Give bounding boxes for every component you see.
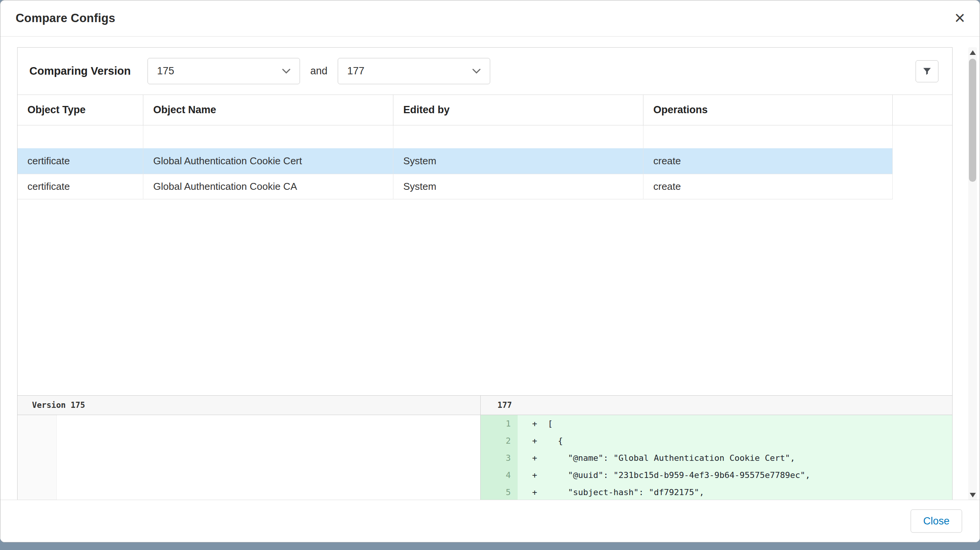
empty-cell xyxy=(393,125,643,148)
diff-added-line: 2 + { xyxy=(481,432,952,449)
column-header-object-name[interactable]: Object Name xyxy=(143,95,393,125)
diff-added-line: 5 + "subject-hash": "df792175", xyxy=(481,484,952,500)
scroll-up-icon[interactable] xyxy=(970,50,976,55)
cell-operations: create xyxy=(643,174,893,199)
table-header: Object Type Object Name Edited by Operat… xyxy=(18,95,952,125)
diff-code: "subject-hash": "df792175", xyxy=(548,484,704,500)
chevron-down-icon xyxy=(282,69,290,74)
diff-added-line: 1 + [ xyxy=(481,415,952,432)
empty-cell xyxy=(18,125,143,148)
cell-operations: create xyxy=(643,148,893,174)
line-number: 1 xyxy=(481,415,518,432)
diff-add-sign: + xyxy=(518,449,548,467)
page-title: Compare Configs xyxy=(16,11,115,25)
diff-code: [ xyxy=(548,415,553,432)
and-label: and xyxy=(310,65,327,77)
cell-edited-by: System xyxy=(393,148,643,174)
content-panel: Comparing Version 175 and 177 Object Typ… xyxy=(17,47,953,500)
table-row[interactable]: certificate Global Authentication Cookie… xyxy=(18,174,893,199)
diff-right-version-label: 177 xyxy=(481,396,952,415)
filter-button[interactable] xyxy=(916,60,938,82)
column-header-spacer xyxy=(893,95,952,125)
diff-added-line: 4 + "@uuid": "231bc15d-b959-4ef3-9b64-95… xyxy=(481,467,952,484)
diff-right-pane: 1 + [ 2 + { 3 + "@name": "Global Authent… xyxy=(481,415,952,500)
cell-edited-by: System xyxy=(393,174,643,199)
diff-header: Version 175 177 xyxy=(18,395,952,415)
diff-code: "@name": "Global Authentication Cookie C… xyxy=(548,449,795,467)
cell-object-name: Global Authentication Cookie CA xyxy=(143,174,393,199)
scrollbar[interactable] xyxy=(968,47,977,500)
diff-viewer: Version 175 177 1 + [ 2 + { xyxy=(18,395,952,500)
column-header-edited-by[interactable]: Edited by xyxy=(393,95,643,125)
table-row-empty xyxy=(18,125,893,148)
empty-cell xyxy=(143,125,393,148)
diff-code: "@uuid": "231bc15d-b959-4ef3-9b64-95575e… xyxy=(548,467,810,484)
modal-header: Compare Configs × xyxy=(0,0,980,37)
filter-icon xyxy=(922,66,932,76)
right-version-select[interactable]: 177 xyxy=(338,58,490,84)
column-header-operations[interactable]: Operations xyxy=(643,95,893,125)
scrollbar-thumb[interactable] xyxy=(969,59,976,182)
line-number: 5 xyxy=(481,484,518,500)
empty-cell xyxy=(643,125,893,148)
diff-add-sign: + xyxy=(518,467,548,484)
modal-footer: Close xyxy=(0,500,980,542)
table-row[interactable]: certificate Global Authentication Cookie… xyxy=(18,148,893,174)
diff-add-sign: + xyxy=(518,432,548,449)
diff-added-line: 3 + "@name": "Global Authentication Cook… xyxy=(481,449,952,467)
diff-body: 1 + [ 2 + { 3 + "@name": "Global Authent… xyxy=(18,415,952,500)
close-icon[interactable]: × xyxy=(954,9,965,27)
diff-left-pane xyxy=(18,415,481,500)
column-header-object-type[interactable]: Object Type xyxy=(18,95,143,125)
line-number: 4 xyxy=(481,467,518,484)
comparing-version-label: Comparing Version xyxy=(29,65,131,77)
left-version-select[interactable]: 175 xyxy=(148,58,300,84)
left-version-value: 175 xyxy=(157,65,174,77)
line-number: 3 xyxy=(481,449,518,467)
compare-configs-modal: Compare Configs × Comparing Version 175 … xyxy=(0,0,980,542)
diff-add-sign: + xyxy=(518,484,548,500)
diff-code: { xyxy=(548,432,563,449)
chevron-down-icon xyxy=(472,69,481,74)
close-button[interactable]: Close xyxy=(911,510,962,533)
scroll-down-icon[interactable] xyxy=(970,493,976,497)
compare-toolbar: Comparing Version 175 and 177 xyxy=(18,48,952,95)
diff-add-sign: + xyxy=(518,415,548,432)
cell-object-type: certificate xyxy=(18,174,143,199)
right-version-value: 177 xyxy=(347,65,364,77)
cell-object-name: Global Authentication Cookie Cert xyxy=(143,148,393,174)
diff-left-gutter xyxy=(18,415,57,500)
line-number: 2 xyxy=(481,432,518,449)
diff-left-version-label: Version 175 xyxy=(18,396,481,415)
cell-object-type: certificate xyxy=(18,148,143,174)
